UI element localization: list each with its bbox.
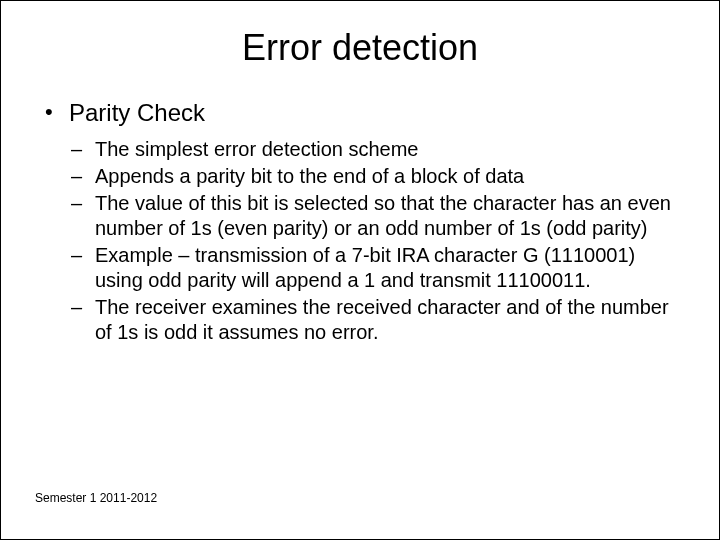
list-item-text: Example – transmission of a 7-bit IRA ch… — [95, 244, 635, 291]
list-item: The value of this bit is selected so tha… — [69, 191, 679, 241]
list-item: Appends a parity bit to the end of a blo… — [69, 164, 679, 189]
list-item: Parity Check The simplest error detectio… — [41, 99, 679, 345]
list-item-text: The simplest error detection scheme — [95, 138, 418, 160]
bullet-list-level2: The simplest error detection scheme Appe… — [69, 137, 679, 345]
list-item: The simplest error detection scheme — [69, 137, 679, 162]
bullet-list-level1: Parity Check The simplest error detectio… — [41, 99, 679, 345]
list-item-text: The value of this bit is selected so tha… — [95, 192, 671, 239]
list-item: Example – transmission of a 7-bit IRA ch… — [69, 243, 679, 293]
list-item: The receiver examines the received chara… — [69, 295, 679, 345]
slide-footer: Semester 1 2011-2012 — [35, 491, 157, 505]
list-item-label: Parity Check — [69, 99, 205, 126]
slide-title: Error detection — [1, 27, 719, 69]
slide-body: Parity Check The simplest error detectio… — [1, 99, 719, 345]
list-item-text: Appends a parity bit to the end of a blo… — [95, 165, 524, 187]
slide: Error detection Parity Check The simples… — [0, 0, 720, 540]
list-item-text: The receiver examines the received chara… — [95, 296, 669, 343]
